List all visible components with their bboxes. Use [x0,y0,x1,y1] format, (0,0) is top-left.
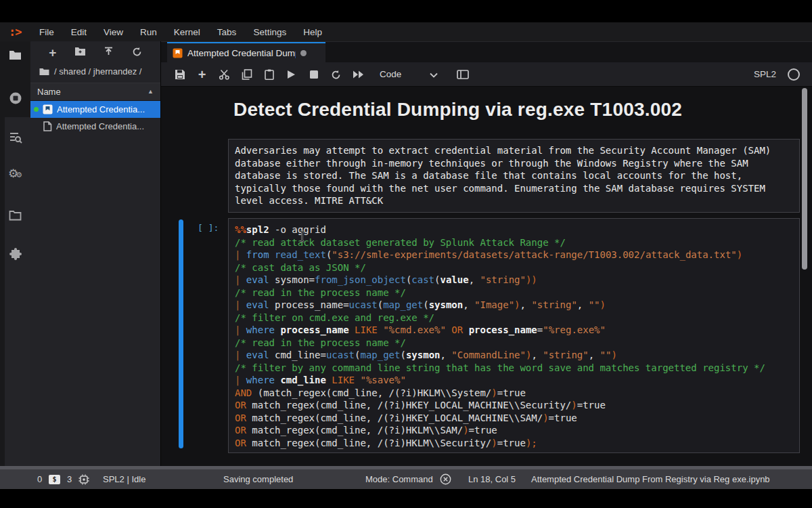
status-message: Saving completed [223,469,293,489]
code-line[interactable]: | eval sysmon=from_json_object(cast(valu… [235,274,793,287]
code-line[interactable]: %%spl2 -o aggrid [235,224,793,236]
code-line[interactable]: | where cmd_line LIKE "%save%" [235,374,793,387]
kernel-name[interactable]: SPL2 [754,69,776,79]
code-line[interactable]: /* read in the process name */ [235,287,793,299]
breadcrumb-path: / shared / jhernandez / [54,66,141,77]
notebook-tab[interactable]: Attempted Credential Dump [167,42,325,63]
jupyterlab-screen: :> FileEditViewRunKernelTabsSettingsHelp… [0,0,812,508]
stop-kernel-button[interactable] [302,68,325,81]
running-sessions-icon[interactable] [0,91,30,105]
kernels-count[interactable]: 3 [67,469,72,489]
status-bar: 0 $ 3 SPL2 | Idle Saving completed Mode:… [0,469,812,489]
file-browser-icon[interactable] [0,49,30,61]
kernel-status-icon[interactable] [788,68,800,81]
tab-dirty-indicator[interactable] [300,50,307,56]
running-kernel-dot [34,107,39,112]
menu-item-run[interactable]: Run [132,27,166,37]
tab-bar: Attempted Credential Dump [161,41,812,62]
menu-item-file[interactable]: File [30,27,62,37]
cut-cells-button[interactable] [213,68,235,81]
notebook-heading[interactable]: Detect Credential Dumping via reg.exe T1… [233,99,682,121]
restart-kernel-button[interactable] [325,68,347,81]
add-cell-button[interactable]: + [191,70,213,79]
selected-cell-bar[interactable] [179,219,183,448]
file-browser-toolbar: + [30,41,160,64]
breadcrumb[interactable]: / shared / jhernandez / [30,64,160,83]
command-mode-indicator[interactable]: Mode: Command [365,469,433,489]
markdown-line: Adversaries may attempt to extract crede… [235,144,793,157]
app-logo-icon: :> [9,25,21,39]
save-button[interactable] [168,68,191,81]
menu-item-tabs[interactable]: Tabs [208,27,245,37]
markdown-line: database either through in-memory techni… [235,157,793,170]
notebook-content: Detect Credential Dumping via reg.exe T1… [161,87,812,469]
menu-item-edit[interactable]: Edit [62,27,95,37]
menu-item-settings[interactable]: Settings [245,27,295,37]
cell-prompt: [ ]: [198,223,219,233]
document-file-icon [43,121,52,131]
markdown-block[interactable]: Adversaries may attempt to extract crede… [228,139,800,213]
settings-gears-icon[interactable]: ⚙⚙ [0,169,30,180]
file-name: Attempted Credentia... [57,104,145,114]
chevron-down-icon[interactable] [430,68,438,81]
trust-shield-icon [440,469,451,489]
terminals-count[interactable]: 0 [37,469,42,489]
code-line[interactable]: | eval process_name=ucast(map_get(sysmon… [235,299,793,312]
run-cell-button[interactable] [280,68,302,81]
sort-arrow-icon: ▲ [148,83,154,100]
upload-button[interactable] [104,47,114,60]
code-line[interactable]: OR match_regex(cmd_line, /(?i)HKEY_LOCAL… [235,399,793,412]
new-folder-button[interactable] [74,47,86,59]
paste-cells-button[interactable] [258,68,280,81]
code-line[interactable]: OR match_regex(cmd_line, /(?i)HKLM\\SAM/… [235,424,793,437]
markdown-line: level access. MITRE ATT&CK [235,194,793,207]
tab-title: Attempted Credential Dump [187,48,296,58]
code-line[interactable]: | from read_text("s3://smle-experiments/… [235,249,793,261]
code-line[interactable]: | eval cmd_line=ucast(map_get(sysmon, "C… [235,349,793,362]
cursor-position[interactable]: Ln 18, Col 5 [468,469,516,489]
code-line[interactable]: /* cast data as JSON */ [235,261,793,274]
file-browser-panel: + / shared / jhernandez / Name ▲ Attempt [30,41,161,469]
menu-bar: :> FileEditViewRunKernelTabsSettingsHelp [0,22,812,42]
menu-item-help[interactable]: Help [295,27,331,37]
folder-outline-icon[interactable] [0,209,30,221]
main-area: Attempted Credential Dump + [161,41,812,469]
kernel-chip-icon [78,469,89,489]
side-panel-icon[interactable] [451,68,474,81]
notebook-toolbar: + Code [161,62,812,87]
notebook-file-icon [43,104,53,114]
code-line[interactable]: OR match_regex(cmd_line, /(?i)HKLM\\Secu… [235,437,793,450]
refresh-button[interactable] [132,47,142,60]
file-row-document[interactable]: Attempted Credentia... [30,118,160,135]
folder-icon [39,68,49,76]
mouse-cursor-ibeam [298,230,306,245]
property-inspector-icon[interactable] [0,131,30,144]
menu-items: FileEditViewRunKernelTabsSettingsHelp [30,27,330,37]
code-editor[interactable]: %%spl2 -o aggrid/* read attack dataset g… [228,218,800,453]
code-line[interactable]: AND (match_regex(cmd_line, /(?i)HKLM\\Sy… [235,387,793,400]
markdown-line: typically those found with the net user … [235,182,793,195]
copy-cells-button[interactable] [235,68,258,81]
new-launcher-button[interactable]: + [49,48,56,58]
notebook-tab-icon [173,48,183,58]
activity-bar: ⚙⚙ [0,41,30,469]
restart-run-all-button[interactable] [347,68,369,81]
vertical-scrollbar[interactable] [802,88,807,270]
file-list-header[interactable]: Name ▲ [30,83,160,101]
kernel-status-text[interactable]: SPL2 | Idle [103,469,145,489]
code-line[interactable]: OR match_regex(cmd_line, /(?i)HKEY_LOCAL… [235,412,793,425]
menu-item-kernel[interactable]: Kernel [165,27,208,37]
code-line[interactable]: /* read attack dataset generated by Splu… [235,236,793,249]
code-line[interactable]: /* filter on cmd.exe and reg.exe */ [235,312,793,324]
code-line[interactable]: /* read in the process name */ [235,337,793,350]
cell-type-dropdown[interactable]: Code [380,69,401,79]
file-name: Attempted Credentia... [56,121,144,131]
code-line[interactable]: | where process_name LIKE "%cmd.exe%" OR… [235,324,793,337]
code-line[interactable]: /* filter by any command line string tha… [235,362,793,375]
file-row-notebook[interactable]: Attempted Credentia... [30,101,160,118]
terminal-icon: $ [49,469,60,489]
menu-item-view[interactable]: View [95,27,132,37]
markdown-line: database is stored. The SAM is a databas… [235,169,793,182]
extensions-puzzle-icon[interactable] [0,248,30,261]
name-column-header: Name [37,87,61,97]
